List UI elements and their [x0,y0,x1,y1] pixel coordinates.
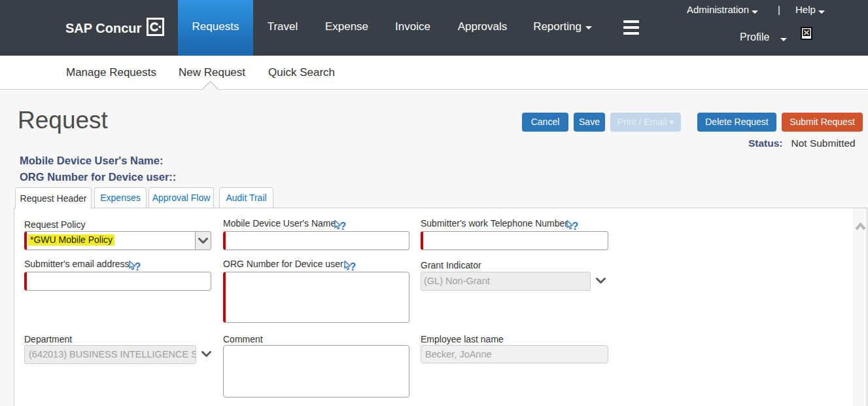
svg-text:?: ? [340,221,347,232]
svg-text:?: ? [572,221,579,232]
svg-text:?: ? [135,261,141,272]
svg-text:?: ? [350,261,356,272]
